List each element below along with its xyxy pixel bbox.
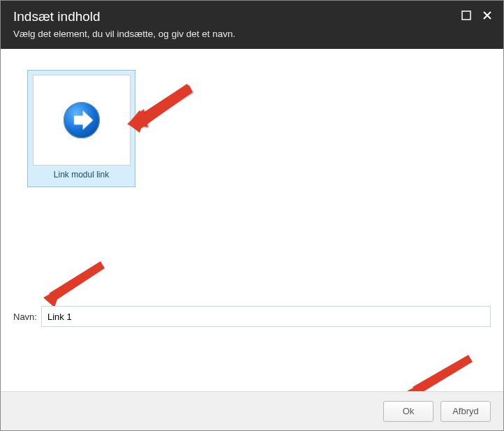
svg-marker-9 <box>49 261 105 300</box>
svg-marker-3 <box>131 84 193 123</box>
maximize-button[interactable] <box>459 8 474 23</box>
dialog-footer: Ok Afbryd <box>1 391 503 430</box>
svg-marker-10 <box>43 288 61 306</box>
name-row: Navn: <box>13 306 491 327</box>
cancel-button[interactable]: Afbryd <box>440 401 491 422</box>
tile-preview <box>33 75 131 166</box>
tile-label: Link modul link <box>54 170 109 180</box>
name-label: Navn: <box>13 312 37 322</box>
svg-marker-7 <box>133 85 193 129</box>
content-tile-link-module[interactable]: Link modul link <box>27 70 135 187</box>
dialog-subtitle: Vælg det element, du vil indsætte, og gi… <box>13 29 491 39</box>
close-icon <box>482 10 493 21</box>
close-button[interactable] <box>480 8 495 23</box>
window-controls <box>459 8 495 23</box>
dialog-content: Link modul link Navn: <box>1 49 503 386</box>
annotation-arrow-icon <box>39 257 109 306</box>
svg-marker-11 <box>413 355 473 394</box>
ok-button[interactable]: Ok <box>383 401 433 422</box>
arrow-right-circle-icon <box>61 100 102 140</box>
svg-rect-0 <box>462 11 470 20</box>
dialog-header: Indsæt indhold Vælg det element, du vil … <box>1 1 503 49</box>
name-input[interactable] <box>41 306 491 327</box>
maximize-icon <box>461 10 472 21</box>
dialog-title: Indsæt indhold <box>13 9 491 24</box>
